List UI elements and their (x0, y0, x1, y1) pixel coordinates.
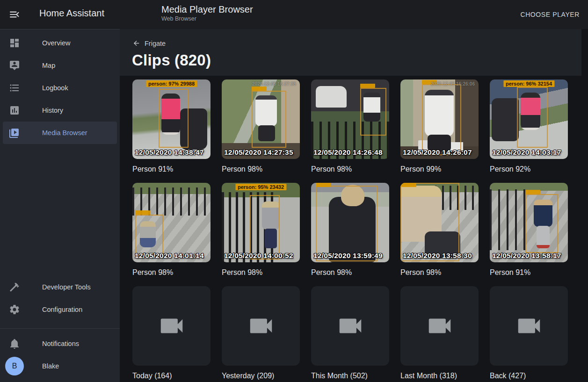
scrollbar-gutter[interactable] (581, 29, 588, 382)
sidebar-item-label: Developer Tools (42, 283, 91, 291)
page-subtitle: Web Browser (161, 15, 196, 22)
video-camera-icon (515, 311, 544, 340)
view-dashboard-icon (9, 37, 20, 49)
clip-card-10[interactable]: 12/05/2020 13:58:17Person 91% (490, 183, 568, 277)
breadcrumb-back-frigate[interactable]: Frigate (132, 39, 166, 47)
clip-caption: Person 99% (400, 164, 479, 174)
sidebar-item-label: Configuration (42, 306, 82, 313)
detection-bbox (316, 186, 377, 261)
detection-bbox (252, 91, 286, 148)
choose-player-button[interactable]: CHOOSE PLAYER (516, 0, 583, 29)
folder-caption: Last Month (318) (400, 371, 479, 381)
sidebar-notifications-slot: Notifications (0, 332, 120, 355)
folder-caption: Back (427) (490, 371, 568, 381)
timestamp-overlay: 12/05/2020 14:01:14 (135, 252, 204, 260)
breadcrumb-label: Frigate (145, 40, 166, 47)
bell-icon (9, 338, 20, 349)
clip-thumbnail: 12/05/2020 13:58:30 (400, 183, 479, 262)
hammer-icon (9, 281, 20, 293)
avatar: B (5, 357, 24, 375)
detection-bbox (250, 195, 280, 259)
content-header: Frigate Clips (820) (120, 29, 588, 76)
sidebar-item-media-browser[interactable]: Media Browser (3, 122, 117, 144)
clip-caption: Person 92% (490, 164, 568, 174)
sidebar-item-history[interactable]: History (3, 99, 117, 122)
folder-card-last-month-318[interactable]: Last Month (318) (400, 286, 479, 381)
sidebar-item-user[interactable]: B Blake (3, 355, 117, 377)
camera-osd-time: 2020-12-05 16:26:06 (431, 81, 475, 86)
detection-label-small (525, 190, 540, 194)
clip-thumbnail: person: 95% 2343212/05/2020 14:00:52 (222, 183, 300, 262)
detection-bbox (400, 183, 459, 261)
clip-caption: Person 91% (132, 164, 211, 174)
clip-thumbnail: person: 96% 3215412/05/2020 14:03:17 (490, 79, 568, 159)
folder-card-today-164[interactable]: Today (164) (132, 286, 211, 381)
video-camera-icon (336, 311, 365, 340)
folder-thumbnail (222, 286, 300, 366)
clip-card-5[interactable]: person: 96% 3215412/05/2020 14:03:17Pers… (490, 79, 568, 174)
detection-bbox (135, 215, 163, 256)
folder-card-this-month-502[interactable]: This Month (502) (311, 286, 389, 381)
clip-thumbnail: 12/05/2020 13:59:49 (311, 183, 389, 262)
detection-label-small (316, 183, 331, 187)
folder-caption: Yesterday (209) (222, 371, 300, 381)
user-name: Blake (42, 362, 59, 370)
arrow-left-icon (132, 39, 140, 47)
media-grid: person: 97% 2998812/05/2020 14:38:47Pers… (120, 76, 581, 382)
clip-caption: Person 98% (311, 164, 389, 174)
video-camera-icon (425, 311, 454, 340)
detection-bbox (525, 194, 558, 253)
detection-label-small (252, 86, 267, 91)
sidebar-item-label: Overview (42, 39, 70, 47)
clip-card-7[interactable]: person: 95% 2343212/05/2020 14:00:52Pers… (222, 183, 300, 277)
sidebar-item-map[interactable]: Map (3, 54, 117, 77)
clip-card-4[interactable]: 2020-12-05 16:26:0612/05/2020 14:26:07Pe… (400, 79, 479, 174)
sidebar-item-logbook[interactable]: Logbook (3, 77, 117, 99)
chart-box-icon (9, 105, 20, 116)
detection-bbox (517, 87, 548, 148)
folder-thumbnail (400, 286, 479, 366)
menu-open-icon[interactable] (8, 8, 21, 21)
tooltip-account-icon (9, 60, 20, 71)
sidebar-footer-nav: Developer ToolsConfiguration (0, 276, 120, 321)
sidebar-item-configuration[interactable]: Configuration (3, 298, 117, 321)
clip-thumbnail: person: 97% 2998812/05/2020 14:38:47 (132, 79, 211, 159)
detection-label-small (360, 84, 375, 88)
folder-caption: Today (164) (132, 371, 211, 381)
detection-label-small (401, 183, 416, 187)
sidebar-nav: OverviewMapLogbookHistoryMedia Browser (0, 32, 120, 144)
app-bar: Home Assistant Media Player Browser Web … (0, 0, 588, 29)
timestamp-overlay: 12/05/2020 14:00:52 (224, 252, 293, 260)
folder-thumbnail (132, 286, 211, 366)
clip-card-1[interactable]: person: 97% 2998812/05/2020 14:38:47Pers… (132, 79, 211, 174)
folder-card-back-427[interactable]: Back (427) (490, 286, 568, 381)
clip-card-8[interactable]: 12/05/2020 13:59:49Person 98% (311, 183, 389, 277)
sidebar-item-label: Notifications (42, 340, 79, 347)
sidebar-divider (0, 328, 120, 329)
format-list-bulleted-icon (9, 82, 20, 94)
sidebar: OverviewMapLogbookHistoryMedia Browser D… (0, 29, 120, 382)
clip-card-3[interactable]: 12/05/2020 14:26:48Person 98% (311, 79, 389, 174)
clip-caption: Person 91% (490, 267, 568, 277)
sidebar-footer: Developer ToolsConfiguration Notificatio… (0, 276, 120, 377)
clip-card-6[interactable]: 12/05/2020 14:01:14Person 98% (132, 183, 211, 277)
timestamp-overlay: 12/05/2020 14:26:07 (403, 148, 472, 157)
folder-card-yesterday-209[interactable]: Yesterday (209) (222, 286, 300, 381)
detection-label: person: 95% 23432 (235, 184, 286, 190)
clip-card-2[interactable]: 2020-12-05 16:27:3512/05/2020 14:27:35Pe… (222, 79, 300, 174)
sidebar-item-notifications[interactable]: Notifications (3, 332, 117, 355)
sidebar-item-overview[interactable]: Overview (3, 32, 117, 54)
app-title: Home Assistant (39, 8, 104, 19)
detection-bbox (360, 88, 386, 136)
page-heading: Clips (820) (132, 51, 211, 69)
clip-card-9[interactable]: 12/05/2020 13:58:30Person 98% (400, 183, 479, 277)
clip-thumbnail: 2020-12-05 16:26:0612/05/2020 14:26:07 (400, 79, 479, 159)
folder-thumbnail (490, 286, 568, 366)
timestamp-overlay: 12/05/2020 14:03:17 (492, 148, 561, 157)
video-camera-icon (157, 311, 186, 340)
timestamp-overlay: 12/05/2020 13:58:30 (403, 252, 472, 260)
camera-osd-time: 2020-12-05 16:27:35 (252, 81, 296, 86)
clip-thumbnail: 2020-12-05 16:27:3512/05/2020 14:27:35 (222, 79, 300, 159)
detection-bbox (422, 84, 461, 155)
sidebar-item-developer-tools[interactable]: Developer Tools (3, 276, 117, 298)
